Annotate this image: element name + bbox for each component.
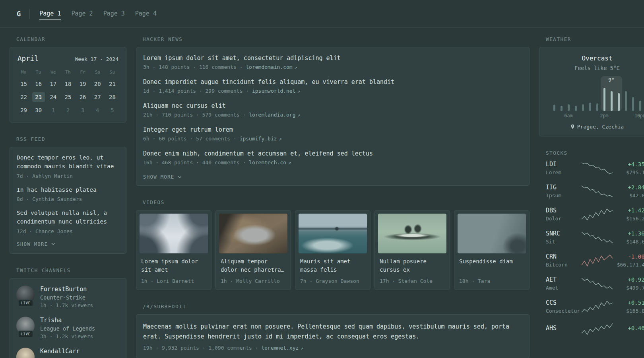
location-pin-icon <box>570 124 575 129</box>
channel-name[interactable]: Trisha <box>40 317 95 324</box>
stock-row[interactable]: LDI Lorem +4.35% $795.18 <box>546 161 644 175</box>
twitch-channel[interactable]: LIVE KendallCarr <box>16 348 120 358</box>
external-link-icon: ↗ <box>298 112 301 118</box>
hackernews-item-title[interactable]: Lorem ipsum dolor sit amet, consectetur … <box>143 54 522 62</box>
tab-page-4[interactable]: Page 4 <box>135 10 157 20</box>
subreddit-post-meta: 19h · 9,932 points · 1,090 comments · lo… <box>143 345 522 351</box>
tab-page-1[interactable]: Page 1 <box>39 10 61 20</box>
hackernews-item-domain[interactable]: loremdomain.com↗ <box>246 64 297 70</box>
hackernews-item-meta: 16h · 468 points · 440 comments · loremt… <box>143 160 522 165</box>
video-card[interactable]: Nullam posuere cursus ex 17h · Stefan Co… <box>374 210 450 290</box>
stock-sparkline <box>582 322 613 336</box>
stock-price: $42.04 <box>613 193 644 198</box>
stock-row[interactable]: DBS Dolor +1.42% $156.28 <box>546 207 644 222</box>
stock-row[interactable]: CCS Consectetur +0.51% $165.84 <box>546 299 644 314</box>
rss-item: In hac habitasse platea 8d · Cynthia Sau… <box>17 186 119 202</box>
hackernews-item-title[interactable]: Integer eget rutrum lorem <box>143 126 522 133</box>
stock-sparkline <box>582 161 613 175</box>
hackernews-item-domain[interactable]: ipsumify.biz↗ <box>240 136 282 142</box>
rss-item: Donec tempor eros leo, ut commodo mauris… <box>17 154 119 179</box>
stock-sparkline <box>582 254 613 267</box>
weather-chart: 9° <box>551 76 644 111</box>
rss-item-title[interactable]: Donec tempor eros leo, ut commodo mauris… <box>17 154 119 171</box>
external-link-icon: ↗ <box>279 136 282 142</box>
video-card[interactable]: Aliquam tempor dolor nec pharetra… 1h · … <box>215 210 291 290</box>
tab-page-3[interactable]: Page 3 <box>103 10 125 20</box>
video-title[interactable]: Lorem ipsum dolor sit amet consectetu… <box>141 257 206 274</box>
video-title[interactable]: Suspendisse diam <box>459 257 524 274</box>
stock-name: Bitcorn <box>546 262 582 268</box>
video-title[interactable]: Mauris sit amet massa felis <box>300 257 365 274</box>
calendar-day: 21 <box>106 79 118 89</box>
video-card[interactable]: Mauris sit amet massa felis 7h · Grayson… <box>295 210 370 290</box>
hackernews-item-domain[interactable]: ipsumworld.net↗ <box>252 88 301 94</box>
video-thumbnail[interactable] <box>458 214 526 253</box>
channel-name[interactable]: ForrestBurton <box>40 286 93 293</box>
stock-row[interactable]: AET Amet +0.92% $499.72 <box>546 276 644 291</box>
stock-row[interactable]: AHS +0.46% <box>546 322 644 336</box>
tab-page-2[interactable]: Page 2 <box>71 10 93 20</box>
channel-name[interactable]: KendallCarr <box>40 348 80 355</box>
stock-numbers: +0.92% $499.72 <box>613 276 644 291</box>
hackernews-item-title[interactable]: Donec enim nibh, condimentum et accumsan… <box>143 150 522 157</box>
calendar-day-header: Fr <box>76 69 90 76</box>
hackernews-show-more-button[interactable]: SHOW MORE <box>143 174 182 180</box>
calendar-day: 26 <box>76 92 89 102</box>
calendar-day-header: We <box>46 69 60 76</box>
calendar-day-next-month: 3 <box>76 105 89 115</box>
video-thumbnail[interactable] <box>219 214 287 253</box>
hackernews-item: Aliquam nec cursus elit 21h · 710 points… <box>143 102 522 118</box>
rss-item-title[interactable]: In hac habitasse platea <box>17 186 119 195</box>
video-card[interactable]: Lorem ipsum dolor sit amet consectetu… 1… <box>136 210 211 290</box>
twitch-channel[interactable]: LIVE Trisha League of Legends 3h · 1.2k … <box>16 317 120 339</box>
video-title[interactable]: Aliquam tempor dolor nec pharetra… <box>221 257 286 274</box>
calendar-day: 25 <box>62 92 74 102</box>
calendar-day: 28 <box>106 92 118 102</box>
stock-ticker: CRN <box>546 253 582 260</box>
hackernews-section-label: HACKER NEWS <box>143 36 530 42</box>
weather-card: Overcast Feels like 5°C 9° 6am2pm10pm Pr… <box>539 47 644 136</box>
videos-row: Lorem ipsum dolor sit amet consectetu… 1… <box>136 210 530 290</box>
stock-price: $156.28 <box>613 216 644 222</box>
calendar-day: 24 <box>47 92 60 102</box>
left-column: CALENDAR April Week 17 · 2024 Mo Tu We T… <box>10 36 126 358</box>
calendar-day-header: Th <box>60 69 75 76</box>
rss-item-title[interactable]: Sed volutpat nulla nisl, a condimentum n… <box>17 209 119 226</box>
hackernews-item: Integer eget rutrum lorem 6h · 60 points… <box>143 126 522 142</box>
hackernews-item-meta: 3h · 148 points · 116 comments · loremdo… <box>143 64 522 70</box>
hackernews-item-domain[interactable]: loremtech.co↗ <box>249 160 291 165</box>
rss-show-more-button[interactable]: SHOW MORE <box>17 241 55 247</box>
stocks-section-label: STOCKS <box>546 150 644 156</box>
twitch-section-label: TWITCH CHANNELS <box>16 267 126 273</box>
video-title[interactable]: Nullam posuere cursus ex <box>380 257 445 274</box>
stock-row[interactable]: CRN Bitcorn -1.00% $66,171.48 <box>546 253 644 268</box>
stock-name: Lorem <box>546 169 582 175</box>
video-thumbnail[interactable] <box>140 214 208 253</box>
stock-row[interactable]: SNRC Sit +1.36% $148.64 <box>546 230 644 245</box>
video-card[interactable]: Suspendisse diam 18h · Tara <box>454 210 530 290</box>
channel-info: Trisha League of Legends 3h · 1.2k viewe… <box>40 317 95 339</box>
stock-sparkline <box>582 300 613 313</box>
video-thumbnail[interactable] <box>299 214 367 253</box>
videos-section-label: VIDEOS <box>143 199 530 205</box>
stock-ticker: IIG <box>546 184 582 191</box>
subreddit-post-domain[interactable]: loremnet.xyz↗ <box>261 345 303 351</box>
subreddit-post-title[interactable]: Maecenas mollis pulvinar erat non posuer… <box>143 322 522 342</box>
stock-ticker: SNRC <box>546 230 582 237</box>
hackernews-item-domain[interactable]: loremlandia.org↗ <box>249 112 301 118</box>
weather-feels-like: Feels like 5°C <box>545 65 644 71</box>
calendar-day: 27 <box>91 92 104 102</box>
twitch-channel[interactable]: LIVE ForrestBurton Counter-Strike 1h · 1… <box>16 286 120 308</box>
subreddit-card: Maecenas mollis pulvinar erat non posuer… <box>136 314 530 358</box>
channel-category[interactable]: Counter-Strike <box>40 294 93 301</box>
channel-category[interactable]: League of Legends <box>40 325 95 332</box>
hackernews-item-title[interactable]: Aliquam nec cursus elit <box>143 102 522 109</box>
stock-numbers: +4.35% $795.18 <box>613 161 644 175</box>
video-thumbnail[interactable] <box>378 214 446 253</box>
calendar-day-next-month: 1 <box>47 105 60 115</box>
hackernews-item-title[interactable]: Donec imperdiet augue tincidunt felis al… <box>143 78 522 86</box>
external-link-icon: ↗ <box>288 160 291 165</box>
stock-row[interactable]: IIG Ipsum +2.84% $42.04 <box>546 184 644 198</box>
stock-change: +4.35% <box>613 161 644 167</box>
twitch-card: LIVE ForrestBurton Counter-Strike 1h · 1… <box>10 278 126 358</box>
